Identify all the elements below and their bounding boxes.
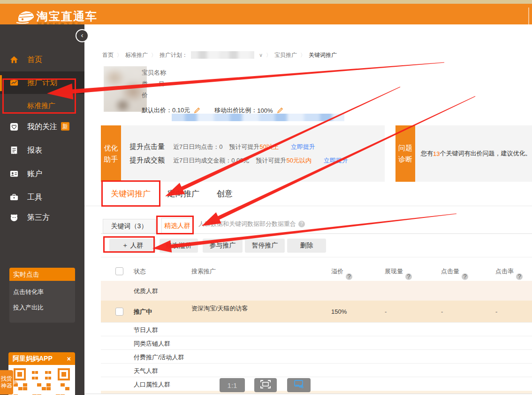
subtab-audiences[interactable]: 精选人群 — [161, 218, 193, 234]
product-category-label-right: 目 — [159, 80, 165, 88]
sidebar-item-label: 标准推广 — [27, 96, 55, 115]
chevron-down-icon[interactable]: ∨ — [259, 52, 263, 58]
row-checkbox[interactable] — [115, 308, 123, 316]
sidebar-item-third[interactable]: 第三方 — [0, 208, 84, 227]
breadcrumb-item[interactable]: 宝贝推广 — [274, 51, 297, 59]
close-icon[interactable]: × — [67, 355, 71, 363]
default-bid-value: 0.10元 — [172, 106, 190, 115]
realtime-panel-title[interactable]: 实时点击 — [9, 268, 75, 281]
product-price-label: 价 — [142, 91, 148, 100]
tab-targeted-promo[interactable]: 定向推广 — [167, 187, 199, 200]
sidebar-item-account[interactable]: 账户 — [0, 164, 84, 183]
side-tag-line1: 找货 — [1, 375, 12, 382]
breadcrumb-plan-redacted — [191, 51, 254, 59]
edit-bid-icon[interactable] — [194, 107, 200, 114]
resume-promo-button[interactable]: 参与推广 — [203, 239, 243, 253]
snip-icon — [294, 380, 304, 391]
product-category-label-left: 类 — [142, 80, 148, 88]
column-header-impressions: 展现量? — [385, 267, 403, 276]
app-promo-panel: 阿里妈妈APP × — [8, 352, 75, 395]
optimize-now-link[interactable]: 立即提升 — [291, 143, 315, 151]
realtime-panel-item[interactable]: 投入产出比 — [9, 303, 75, 312]
diagnosis-tag-line1: 问题 — [398, 144, 412, 153]
sidebar-item-tools[interactable]: 工具 — [0, 188, 84, 207]
audience-group-row: 人口属性人群 — [101, 377, 532, 390]
account-icon — [10, 170, 18, 178]
status-badge: 推广中 — [134, 308, 152, 316]
breadcrumb-separator: 〉 — [266, 52, 271, 59]
optimize-assistant-tag: 优化 助手 — [101, 125, 121, 182]
viewer-zoom-1to1-button[interactable]: 1:1 — [220, 378, 245, 392]
optimize-row: 提升点击量近7日日均点击：0预计可提升50以上立即提升 — [129, 142, 385, 151]
tools-icon — [10, 193, 18, 201]
audience-group-row: 付费推广/活动人群 — [101, 349, 532, 363]
breadcrumb-item[interactable]: 标准推广 — [125, 51, 148, 59]
viewer-fullscreen-button[interactable] — [254, 378, 277, 392]
breadcrumb-separator: 〉 — [151, 52, 156, 59]
breadcrumb-separator: 〉 — [300, 52, 305, 59]
audience-name[interactable]: 资深淘宝/天猫的访客 — [191, 304, 248, 313]
help-icon[interactable]: ? — [516, 273, 523, 280]
column-header-premium: 溢价? — [331, 267, 343, 276]
sidebar-item-label: 第三方 — [27, 208, 50, 227]
home-icon — [10, 55, 18, 64]
tab-creative[interactable]: 创意 — [217, 187, 233, 200]
sidebar-item-report[interactable]: 报表 — [0, 141, 84, 160]
sidebar-item-campaign[interactable]: 推广计划 — [0, 73, 84, 92]
diagnosis-count: 13 — [433, 150, 440, 157]
tabs-divider — [84, 206, 532, 206]
select-all-checkbox[interactable] — [115, 267, 123, 275]
audience-group-row: 优质人群 — [101, 281, 532, 301]
subtab-keywords[interactable]: 关键词（3） — [103, 219, 156, 233]
default-bid-label: 默认出价： — [142, 106, 172, 115]
optimize-row-title: 提升点击量 — [129, 142, 165, 151]
pause-promo-button[interactable]: 暂停推广 — [245, 239, 285, 253]
optimize-row-title: 提升成交额 — [129, 156, 165, 165]
optimize-row-stat: 近7日日均点击：0 — [173, 143, 222, 151]
sidebar-item-label: 报表 — [27, 141, 42, 160]
tab-keyword-promo[interactable]: 关键词推广 — [111, 187, 151, 200]
help-icon[interactable]: ? — [346, 273, 352, 280]
bid-settings-row: 默认出价：0.10元 移动出价比例：100% — [142, 106, 283, 115]
breadcrumb-item[interactable]: 推广计划： — [160, 51, 188, 59]
sidebar-item-home[interactable]: 首页 — [0, 50, 84, 69]
breadcrumb-item[interactable]: 首页 — [102, 51, 114, 59]
add-audience-button[interactable]: ＋ 人群 — [109, 239, 156, 253]
audience-group-name: 付费推广/活动人群 — [134, 353, 184, 362]
help-icon[interactable]: ? — [298, 221, 305, 227]
help-icon[interactable]: ? — [405, 273, 412, 280]
side-tag-line2: 神器 — [1, 382, 12, 389]
sidebar-collapse-button[interactable]: ‹ — [76, 29, 89, 42]
side-tag-goods-finder[interactable]: 找货 神器 — [0, 370, 13, 395]
heart-icon — [10, 123, 18, 131]
sidebar-item-label: 推广计划 — [27, 73, 57, 92]
qr-code — [8, 365, 75, 395]
audience-group-row: 同类店铺人群 — [101, 336, 532, 349]
help-icon[interactable]: ? — [462, 273, 468, 280]
audience-group-row: 节日人群 — [101, 322, 532, 336]
breadcrumb-separator: 〉 — [117, 52, 122, 59]
header-divider — [528, 8, 529, 28]
subtab-note-text: 人群数据和关键词数据部分数据重合 — [198, 220, 296, 228]
delete-button[interactable]: 删除 — [287, 239, 326, 253]
diagnosis-text-suffix: 个关键词有出价问题，建议优化。 — [440, 149, 531, 158]
sidebar-item-label: 工具 — [27, 188, 42, 207]
optimize-now-link[interactable]: 立即提升 — [324, 156, 348, 165]
realtime-panel-item[interactable]: 点击转化率 — [9, 288, 75, 296]
diagnosis-text-prefix: 您有 — [421, 149, 433, 158]
column-header-status: 状态 — [134, 267, 146, 276]
optimize-row-forecast-highlight: 50元以内 — [287, 156, 312, 165]
audience-group-name: 优质人群 — [134, 287, 158, 295]
sidebar-item-standard[interactable]: 标准推广 — [0, 96, 84, 115]
sidebar-item-follow[interactable]: 我的关注新 — [0, 117, 84, 136]
sidebar: 首页推广计划标准推广我的关注新报表账户工具第三方 ‹ 实时点击 点击转化率投入产… — [0, 24, 84, 395]
edit-ratio-icon[interactable] — [277, 107, 283, 114]
table-header: 状态搜索推广溢价?展现量?点击量?点击率? — [101, 261, 532, 281]
thirdparty-icon — [10, 213, 18, 222]
column-header-clicks: 点击量? — [441, 267, 459, 276]
audience-group-name: 天气人群 — [134, 367, 158, 375]
viewer-snip-button[interactable] — [287, 378, 311, 392]
diagnosis-tag-line2: 诊断 — [398, 155, 412, 164]
breadcrumb-item: 关键词推广 — [309, 51, 337, 59]
modify-premium-button[interactable]: 修改溢价 — [160, 239, 198, 253]
